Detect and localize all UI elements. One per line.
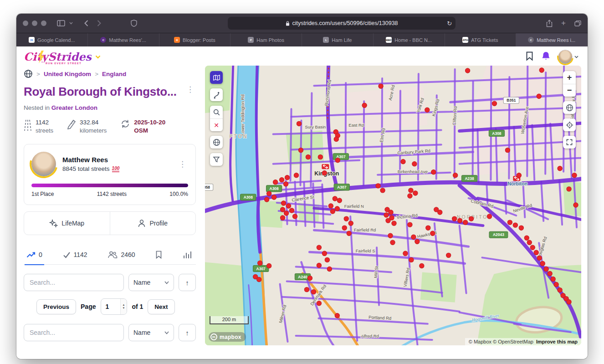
close-window-button[interactable] (23, 21, 28, 26)
node-marker[interactable] (317, 263, 321, 267)
minimize-window-button[interactable] (32, 21, 37, 26)
node-marker[interactable] (392, 221, 396, 226)
nested-city-link[interactable]: Greater London (51, 104, 97, 111)
browser-tab[interactable]: ATGATG Tickets (445, 33, 517, 46)
node-marker[interactable] (537, 256, 542, 260)
node-marker[interactable] (534, 250, 538, 255)
page-input[interactable] (101, 303, 120, 310)
node-marker[interactable] (519, 226, 523, 230)
leader-menu-button[interactable]: ⋮ (177, 159, 188, 169)
zoom-out-button[interactable]: − (563, 84, 576, 97)
tab-saved[interactable] (154, 251, 164, 264)
improve-map-link[interactable]: Improve this map (536, 339, 578, 344)
map-search-button[interactable] (210, 106, 223, 118)
city-menu-button[interactable]: ⋮ (184, 85, 196, 94)
node-marker[interactable] (298, 148, 303, 152)
node-marker[interactable] (408, 222, 412, 227)
node-marker[interactable] (327, 267, 332, 271)
node-marker[interactable] (384, 213, 389, 217)
node-marker[interactable] (558, 166, 562, 171)
sidebar-toggle-icon[interactable] (57, 20, 65, 26)
notifications-bell-icon[interactable] (541, 51, 551, 63)
node-marker[interactable] (409, 257, 414, 262)
node-marker[interactable] (469, 216, 473, 221)
node-marker[interactable] (540, 261, 545, 266)
zoom-in-button[interactable]: + (563, 71, 576, 84)
node-marker[interactable] (376, 184, 380, 188)
leader-avatar[interactable] (31, 152, 56, 176)
node-marker[interactable] (530, 245, 535, 250)
node-marker[interactable] (292, 214, 297, 219)
node-marker[interactable] (325, 257, 329, 262)
node-marker[interactable] (388, 233, 393, 238)
node-marker[interactable] (413, 191, 418, 195)
user-avatar[interactable] (558, 50, 573, 64)
page-stepper[interactable]: ▲▼ (120, 299, 127, 314)
node-marker[interactable] (507, 220, 512, 225)
node-marker[interactable] (344, 216, 348, 221)
profile-button[interactable]: Profile (110, 212, 196, 235)
node-marker[interactable] (452, 216, 456, 221)
node-marker[interactable] (334, 137, 338, 141)
leader-name[interactable]: Matthew Rees (62, 156, 170, 164)
projection-globe-button[interactable] (563, 101, 576, 114)
node-marker[interactable] (347, 231, 351, 236)
node-marker[interactable] (317, 245, 321, 250)
tab-completed[interactable]: 1142 (61, 251, 89, 264)
node-marker[interactable] (572, 173, 577, 178)
node-marker[interactable] (271, 195, 276, 200)
node-marker[interactable] (401, 159, 405, 164)
node-marker[interactable] (281, 201, 286, 205)
node-marker[interactable] (537, 94, 541, 98)
map-globe-button[interactable] (210, 136, 223, 149)
fullscreen-button[interactable] (563, 136, 576, 149)
node-marker[interactable] (408, 194, 412, 198)
node-marker[interactable] (266, 263, 271, 268)
map-canvas[interactable]: A307A307A307A308A308A308A238A240A2043B35… (205, 66, 581, 345)
node-marker[interactable] (258, 261, 262, 265)
browser-tab[interactable]: LHam Life (302, 33, 374, 46)
node-marker[interactable] (379, 84, 383, 88)
tab-progress[interactable]: 0 (25, 251, 44, 265)
reload-icon[interactable]: ↻ (447, 20, 452, 27)
node-marker[interactable] (289, 208, 294, 213)
node-marker[interactable] (389, 210, 393, 215)
browser-tab[interactable]: PHam Photos (230, 33, 302, 46)
node-marker[interactable] (380, 188, 385, 193)
node-marker[interactable] (306, 154, 310, 159)
map-clear-button[interactable]: ✕ (210, 118, 223, 131)
node-marker[interactable] (446, 253, 451, 257)
sort-select[interactable]: Name (128, 274, 174, 291)
map[interactable]: A307A307A307A308A308A308A238A240A2043B35… (205, 66, 581, 345)
node-marker[interactable] (294, 173, 298, 178)
locate-me-button[interactable] (563, 118, 576, 131)
node-marker[interactable] (431, 170, 436, 174)
node-marker[interactable] (297, 121, 301, 126)
tab-stats[interactable] (181, 251, 193, 264)
node-marker[interactable] (348, 221, 353, 226)
share-icon[interactable] (546, 20, 553, 27)
node-marker[interactable] (409, 188, 413, 193)
node-marker[interactable] (390, 240, 395, 245)
node-marker[interactable] (386, 218, 390, 223)
node-marker[interactable] (544, 267, 548, 271)
node-marker[interactable] (279, 178, 284, 182)
route-tool-button[interactable] (210, 88, 223, 101)
node-marker[interactable] (322, 171, 327, 175)
back-button[interactable] (84, 20, 88, 26)
node-marker[interactable] (403, 251, 408, 256)
bookmark-icon[interactable] (525, 51, 534, 63)
node-marker[interactable] (337, 198, 342, 203)
node-marker[interactable] (438, 210, 442, 215)
node-marker[interactable] (362, 103, 367, 108)
new-tab-button[interactable]: + (561, 19, 566, 28)
search-input-2[interactable] (24, 324, 124, 341)
node-marker[interactable] (335, 313, 339, 318)
node-marker[interactable] (513, 223, 517, 227)
citystrides-logo[interactable]: CityStrides RUN EVERY STREET (24, 51, 101, 62)
attribution-text[interactable]: © Mapbox © OpenStreetMap (469, 339, 533, 344)
node-marker[interactable] (335, 206, 339, 211)
browser-tab[interactable]: CMatthew Rees i... (516, 33, 588, 46)
node-marker[interactable] (257, 277, 261, 282)
map-filter-button[interactable] (210, 153, 223, 166)
